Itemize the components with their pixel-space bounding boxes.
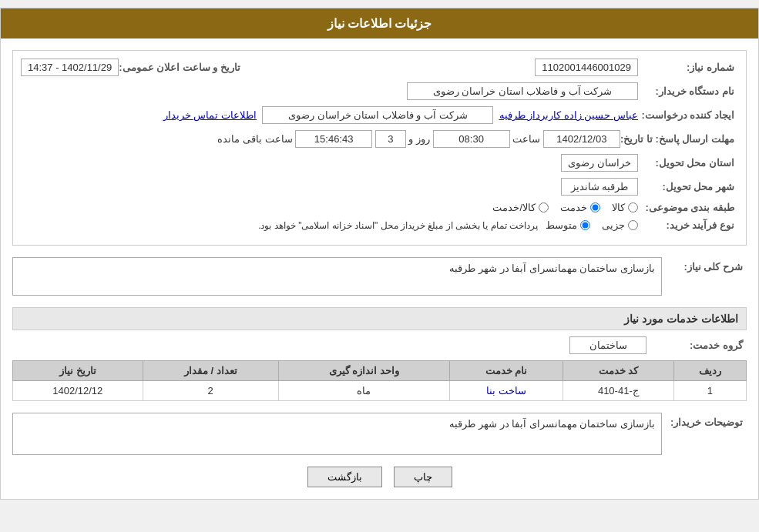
creator-contact-link[interactable]: اطلاعات تماس خریدار — [163, 109, 257, 121]
buyer-org-label: نام دستگاه خریدار: — [638, 85, 738, 97]
buyer-description-section: توضیحات خریدار: بازسازی ساختمان مهمانسرا… — [12, 413, 747, 455]
buyer-org-row: نام دستگاه خریدار: شرکت آب و فاضلاب استا… — [21, 82, 738, 100]
category-radio-kala[interactable] — [628, 202, 638, 212]
send-deadline-label: مهلت ارسال پاسخ: تا تاریخ: — [620, 133, 738, 145]
category-option-kala-khadamat: کالا/خدمت — [492, 202, 549, 213]
city-row: شهر محل تحویل: طرقبه شاندیز — [21, 178, 738, 196]
buyer-org-value: شرکت آب و فاضلاب استان خراسان رضوی — [407, 82, 638, 100]
print-button[interactable]: چاپ — [394, 467, 452, 487]
buyer-description-value: بازسازی ساختمان مهمانسرای آبفا در شهر طر… — [12, 413, 662, 455]
city-value: طرقبه شاندیز — [561, 178, 638, 196]
services-table: ردیف کد خدمت نام خدمت واحد اندازه گیری ت… — [12, 360, 747, 401]
send-days-value: 3 — [375, 130, 406, 148]
cell-unit: ماه — [278, 381, 449, 401]
services-table-section: ردیف کد خدمت نام خدمت واحد اندازه گیری ت… — [12, 360, 747, 401]
purchase-radio-motevaset[interactable] — [580, 220, 590, 230]
col-header-unit: واحد اندازه گیری — [278, 361, 449, 381]
general-description-value: بازسازی ساختمان مهمانسرای آبفا در شهر طر… — [12, 257, 662, 296]
purchase-note: پرداخت تمام یا بخشی از مبلغ خریداز محل "… — [258, 220, 538, 231]
creator-label: ایجاد کننده درخواست: — [638, 109, 738, 121]
table-row: 1 ج-41-410 ساخت بنا ماه 2 1402/12/12 — [13, 381, 747, 401]
send-days-label: روز و — [408, 133, 430, 145]
cell-service-name[interactable]: ساخت بنا — [450, 381, 563, 401]
group-service-row: گروه خدمت: ساختمان — [12, 336, 747, 354]
province-label: استان محل تحویل: — [638, 157, 738, 169]
send-time-label: ساعت — [512, 133, 540, 145]
category-radio-group: کالا خدمت کالا/خدمت — [492, 202, 638, 213]
col-header-service-code: کد خدمت — [563, 361, 673, 381]
purchase-label-motevaset: متوسط — [546, 219, 577, 231]
creator-row: ایجاد کننده درخواست: عباس حسین زاده کارب… — [21, 106, 738, 124]
back-button[interactable]: بازگشت — [307, 467, 382, 487]
announce-label: تاریخ و ساعت اعلان عمومی: — [119, 62, 244, 73]
services-section-title: اطلاعات خدمات مورد نیاز — [12, 307, 747, 330]
general-description-section: شرح کلی نیاز: بازسازی ساختمان مهمانسرای … — [12, 257, 747, 296]
announce-value: 1402/11/29 - 14:37 — [21, 59, 119, 76]
main-info-section: شماره نیاز: 1102001446001029 تاریخ و ساع… — [12, 50, 747, 246]
general-description-label: شرح کلی نیاز: — [670, 257, 747, 273]
cell-row-num: 1 — [673, 381, 746, 401]
page-title: جزئیات اطلاعات نیاز — [327, 17, 432, 30]
services-table-body: 1 ج-41-410 ساخت بنا ماه 2 1402/12/12 — [13, 381, 747, 401]
purchase-option-motevaset: متوسط — [546, 219, 590, 231]
cell-service-code: ج-41-410 — [563, 381, 673, 401]
category-radio-khadamat[interactable] — [590, 202, 600, 212]
group-service-label: گروه خدمت: — [646, 340, 747, 351]
province-row: استان محل تحویل: خراسان رضوی — [21, 154, 738, 172]
category-label-kala-khadamat: کالا/خدمت — [492, 202, 536, 213]
category-label-kala: کالا — [612, 202, 625, 213]
table-header-row: ردیف کد خدمت نام خدمت واحد اندازه گیری ت… — [13, 361, 747, 381]
general-desc-row: شرح کلی نیاز: بازسازی ساختمان مهمانسرای … — [12, 257, 747, 296]
col-header-date: تاریخ نیاز — [13, 361, 143, 381]
send-remaining-label: ساعت باقی مانده — [217, 133, 292, 145]
cell-date: 1402/12/12 — [13, 381, 143, 401]
services-table-head: ردیف کد خدمت نام خدمت واحد اندازه گیری ت… — [13, 361, 747, 381]
creator-company-value: شرکت آب و فاضلاب استان خراسان رضوی — [262, 106, 493, 124]
send-date-value: 1402/12/03 — [543, 130, 620, 148]
buyer-description-container: بازسازی ساختمان مهمانسرای آبفا در شهر طر… — [12, 413, 662, 455]
category-row: طبقه بندی موضوعی: کالا خدمت کالا/خدمت — [21, 202, 738, 213]
send-time-value: 08:30 — [433, 130, 510, 148]
group-service-value: ساختمان — [569, 336, 646, 354]
purchase-type-row: نوع فرآیند خرید: جزیی متوسط پرداخت تمام … — [21, 219, 738, 231]
province-value: خراسان رضوی — [561, 154, 638, 172]
category-label-khadamat: خدمت — [560, 202, 587, 213]
need-number-label: شماره نیاز: — [638, 62, 738, 73]
col-header-row-num: ردیف — [673, 361, 746, 381]
send-remaining-value: 15:46:43 — [295, 130, 372, 148]
purchase-radio-group: جزیی متوسط — [546, 219, 638, 231]
cell-quantity: 2 — [143, 381, 278, 401]
creator-link[interactable]: عباس حسین زاده کاربرداز طرفیه — [499, 109, 638, 121]
purchase-option-jozi: جزیی — [602, 219, 638, 231]
page-header: جزئیات اطلاعات نیاز — [1, 8, 758, 38]
button-row: چاپ بازگشت — [12, 467, 747, 487]
category-option-khadamat: خدمت — [560, 202, 600, 213]
category-option-kala: کالا — [612, 202, 638, 213]
col-header-service-name: نام خدمت — [450, 361, 563, 381]
col-header-quantity: تعداد / مقدار — [143, 361, 278, 381]
content-area: شماره نیاز: 1102001446001029 تاریخ و ساع… — [1, 38, 758, 499]
purchase-type-label: نوع فرآیند خرید: — [638, 219, 738, 231]
category-label: طبقه بندی موضوعی: — [638, 202, 738, 213]
general-description-container: بازسازی ساختمان مهمانسرای آبفا در شهر طر… — [12, 257, 662, 296]
need-number-value: 1102001446001029 — [535, 59, 638, 76]
need-number-row: شماره نیاز: 1102001446001029 تاریخ و ساع… — [21, 59, 738, 76]
page-wrapper: جزئیات اطلاعات نیاز شماره نیاز: 11020014… — [0, 8, 759, 500]
purchase-radio-jozi[interactable] — [628, 220, 638, 230]
city-label: شهر محل تحویل: — [638, 181, 738, 192]
buyer-description-label: توضیحات خریدار: — [670, 413, 747, 428]
purchase-label-jozi: جزیی — [602, 219, 625, 231]
send-deadline-row: مهلت ارسال پاسخ: تا تاریخ: 1402/12/03 سا… — [21, 130, 738, 148]
category-radio-kala-khadamat[interactable] — [539, 202, 549, 212]
